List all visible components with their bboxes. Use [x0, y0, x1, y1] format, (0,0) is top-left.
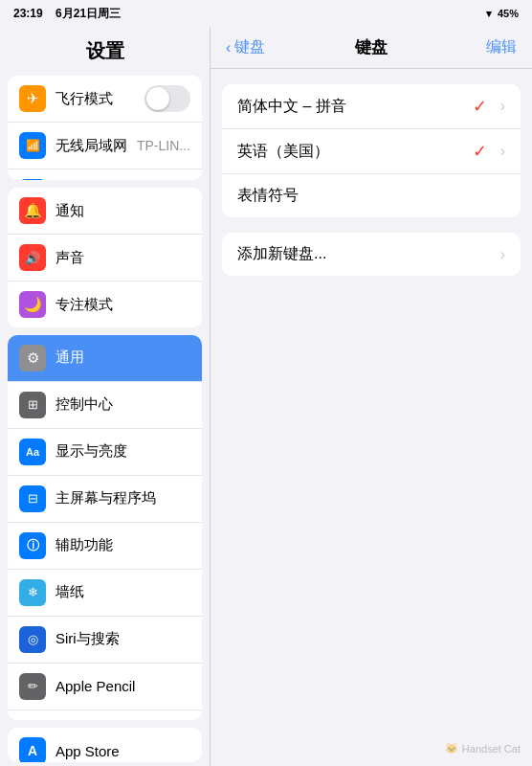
right-panel: ‹ 键盘 键盘 编辑 简体中文 – 拼音 ✓ › 英语（美国） ✓ [211, 27, 532, 766]
simplified-chinese-label: 简体中文 – 拼音 [237, 97, 473, 117]
sidebar-item-notification-label: 通知 [55, 202, 84, 220]
controlcenter-icon: ⊞ [19, 392, 46, 418]
sidebar-item-wifi-label: 无线局域网 [55, 137, 127, 155]
sidebar-item-wallpaper[interactable]: ❄ 墙纸 [8, 570, 202, 617]
sidebar-item-controlcenter-label: 控制中心 [55, 395, 113, 414]
add-keyboard-label: 添加新键盘... [237, 244, 493, 264]
notification-icon: 🔔 [19, 197, 46, 224]
sidebar-item-accessibility-label: 辅助功能 [55, 536, 113, 554]
nav-title: 键盘 [355, 38, 388, 56]
toggle-knob [146, 87, 169, 110]
sidebar-item-wifi[interactable]: 📶 无线局域网 TP-LIN... [8, 123, 202, 169]
sidebar-item-pencil[interactable]: ✏ Apple Pencil [8, 664, 202, 710]
status-icons: ▾ 45% [486, 8, 519, 20]
sidebar-item-sound[interactable]: 🔊 声音 [8, 235, 202, 282]
keyboard-list-item-emoji[interactable]: 表情符号 [222, 174, 521, 217]
sidebar-item-airplane-label: 飞行模式 [55, 90, 113, 108]
sidebar-item-notification[interactable]: 🔔 通知 [8, 188, 202, 235]
sidebar: 设置 ✈ 飞行模式 📶 无线局域网 TP-LIN... B 蓝牙 打开 [0, 27, 211, 766]
nav-edit-button[interactable]: 编辑 [486, 37, 517, 57]
sidebar-section-2: 🔔 通知 🔊 声音 🌙 专注模式 📊 屏幕使用时间 [8, 188, 202, 327]
main-layout: 设置 ✈ 飞行模式 📶 无线局域网 TP-LIN... B 蓝牙 打开 [0, 27, 532, 766]
status-bar: 23:19 6月21日周三 ▾ 45% [0, 0, 532, 27]
display-icon: Aa [19, 439, 46, 465]
wifi-icon: ▾ [486, 8, 492, 20]
watermark-icon: 🐱 [445, 742, 458, 755]
sidebar-item-bluetooth[interactable]: B 蓝牙 打开 [8, 169, 202, 180]
siri-icon: ◎ [19, 626, 46, 653]
sidebar-item-general-label: 通用 [55, 349, 84, 367]
add-keyboard-section: 添加新键盘... › [222, 233, 521, 276]
chevron-icon-3: › [500, 246, 505, 263]
right-content: 简体中文 – 拼音 ✓ › 英语（美国） ✓ › 表情符号 添加新键盘... [211, 69, 532, 766]
sound-icon: 🔊 [19, 244, 46, 271]
sidebar-item-appstore[interactable]: A App Store [8, 728, 202, 762]
wallpaper-icon: ❄ [19, 579, 46, 606]
sidebar-item-controlcenter[interactable]: ⊞ 控制中心 [8, 382, 202, 429]
sidebar-item-airplane[interactable]: ✈ 飞行模式 [8, 76, 202, 123]
bluetooth-icon: B [19, 179, 46, 180]
keyboard-list-item-english[interactable]: 英语（美国） ✓ › [222, 129, 521, 174]
sidebar-item-focus-label: 专注模式 [55, 296, 113, 314]
sidebar-item-appstore-label: App Store [55, 743, 120, 759]
battery-icon: 45% [498, 8, 519, 19]
sidebar-item-siri-label: Siri与搜索 [55, 630, 120, 648]
watermark: 🐱 Handset Cat [445, 742, 521, 755]
sidebar-item-siri[interactable]: ◎ Siri与搜索 [8, 617, 202, 664]
watermark-text: Handset Cat [462, 743, 521, 755]
accessibility-icon: ⓘ [19, 532, 46, 559]
sidebar-section-1: ✈ 飞行模式 📶 无线局域网 TP-LIN... B 蓝牙 打开 [8, 76, 202, 180]
wifi-value: TP-LIN... [137, 138, 190, 153]
check-annotation-2: ✓ [473, 141, 487, 162]
sidebar-section-3: ⚙ 通用 ⊞ 控制中心 Aa 显示与亮度 ⊟ 主屏幕与程序坞 ⓘ 辅助功能 ❄ … [8, 335, 202, 720]
english-us-label: 英语（美国） [237, 142, 473, 162]
chevron-icon: › [500, 98, 505, 115]
sidebar-section-4: A App Store [8, 728, 202, 762]
keyboard-list-section: 简体中文 – 拼音 ✓ › 英语（美国） ✓ › 表情符号 [222, 84, 521, 217]
general-icon: ⚙ [19, 345, 46, 372]
sidebar-item-sound-label: 声音 [55, 249, 84, 267]
nav-bar: ‹ 键盘 键盘 编辑 [211, 27, 532, 69]
sidebar-item-general[interactable]: ⚙ 通用 [8, 335, 202, 382]
airplane-toggle[interactable] [144, 85, 190, 112]
add-keyboard-item[interactable]: 添加新键盘... › [222, 233, 521, 276]
sidebar-item-display-label: 显示与亮度 [55, 442, 127, 461]
focus-icon: 🌙 [19, 291, 46, 318]
sidebar-item-homescreen-label: 主屏幕与程序坞 [55, 489, 156, 507]
sidebar-item-display[interactable]: Aa 显示与亮度 [8, 429, 202, 476]
sidebar-item-homescreen[interactable]: ⊟ 主屏幕与程序坞 [8, 476, 202, 523]
appstore-icon: A [19, 737, 46, 762]
chevron-left-icon: ‹ [226, 39, 231, 56]
nav-back-label: 键盘 [234, 37, 265, 57]
wifi-icon: 📶 [19, 132, 46, 159]
pencil-icon: ✏ [19, 673, 46, 700]
sidebar-item-wallpaper-label: 墙纸 [55, 583, 84, 601]
homescreen-icon: ⊟ [19, 485, 46, 512]
sidebar-item-pencil-label: Apple Pencil [55, 678, 135, 694]
status-time: 23:19 6月21日周三 [13, 6, 121, 22]
sidebar-item-touchid[interactable]: 👆 触控ID与密码 [8, 710, 202, 720]
airplane-icon: ✈ [19, 85, 46, 112]
sidebar-item-focus[interactable]: 🌙 专注模式 [8, 282, 202, 327]
sidebar-title: 设置 [0, 27, 210, 72]
check-annotation: ✓ [473, 96, 487, 117]
nav-back-button[interactable]: ‹ 键盘 [226, 37, 265, 57]
chevron-icon-2: › [500, 143, 505, 160]
keyboard-list-item-simplified[interactable]: 简体中文 – 拼音 ✓ › [222, 84, 521, 129]
sidebar-item-accessibility[interactable]: ⓘ 辅助功能 [8, 523, 202, 570]
emoji-label: 表情符号 [237, 186, 505, 206]
